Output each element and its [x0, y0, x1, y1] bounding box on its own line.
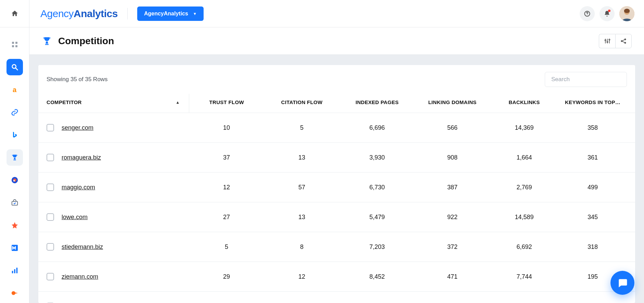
- cell-citation-flow: 13: [264, 143, 339, 173]
- svg-point-1: [587, 15, 587, 15]
- row-checkbox[interactable]: [47, 243, 54, 251]
- cell-backlinks: 2,769: [490, 173, 558, 202]
- cell-citation-flow: 8: [264, 232, 339, 262]
- cell-trust-flow: 29: [189, 262, 264, 292]
- page-header: Competition: [29, 27, 644, 55]
- svg-rect-15: [12, 271, 13, 273]
- cell-linking-domains: 471: [415, 262, 490, 292]
- help-button[interactable]: [580, 6, 595, 21]
- svg-rect-6: [12, 45, 14, 47]
- cell-indexed-pages: 7,203: [339, 232, 415, 262]
- col-indexed-pages[interactable]: INDEXED PAGES: [339, 94, 415, 113]
- nav-semrush[interactable]: [7, 285, 23, 301]
- home-icon: [11, 10, 19, 18]
- chevron-down-icon: ▼: [193, 12, 197, 16]
- cell-indexed-pages: 3,930: [339, 143, 415, 173]
- sort-asc-icon: ▲: [176, 100, 180, 105]
- competitor-link[interactable]: stiedemann.biz: [62, 243, 103, 251]
- col-citation-flow[interactable]: CITATION FLOW: [264, 94, 339, 113]
- competitor-link[interactable]: lowe.com: [62, 214, 88, 221]
- row-checkbox[interactable]: [47, 184, 54, 191]
- col-backlinks[interactable]: BACKLINKS: [490, 94, 558, 113]
- table-row: murphy.com23144,2178559,549190: [38, 292, 635, 303]
- competitor-link[interactable]: ziemann.com: [62, 273, 98, 280]
- cell-linking-domains: 922: [415, 202, 490, 232]
- brand-logo[interactable]: AgencyAnalytics: [40, 8, 118, 20]
- user-avatar[interactable]: [619, 6, 634, 21]
- table-row: lowe.com27135,47992214,589345: [38, 202, 635, 232]
- trophy-icon: [11, 154, 18, 161]
- competitors-table: COMPETITOR ▲ TRUST FLOW CITATION FLOW IN…: [38, 94, 635, 303]
- table-row: romaguera.biz37133,9309081,664361: [38, 143, 635, 173]
- majestic-icon: [11, 244, 18, 251]
- nav-dashboard[interactable]: [7, 36, 23, 53]
- svg-rect-5: [15, 42, 17, 44]
- page-trophy-icon: [42, 36, 52, 46]
- avatar-icon: [619, 6, 634, 21]
- nav-competition[interactable]: [7, 149, 23, 166]
- cell-keywords: 358: [558, 113, 635, 143]
- cell-trust-flow: 10: [189, 113, 264, 143]
- col-linking-domains[interactable]: LINKING DOMAINS: [415, 94, 490, 113]
- cell-keywords: 318: [558, 232, 635, 262]
- nav-analytics[interactable]: [7, 262, 23, 279]
- cell-indexed-pages: 4,217: [339, 292, 415, 303]
- svg-line-9: [15, 68, 17, 70]
- gsc-icon: [11, 199, 18, 206]
- share-button[interactable]: [615, 34, 632, 48]
- sliders-icon: [604, 38, 611, 45]
- cell-indexed-pages: 8,452: [339, 262, 415, 292]
- cell-trust-flow: 27: [189, 202, 264, 232]
- row-checkbox[interactable]: [47, 273, 54, 280]
- semrush-icon: [11, 289, 18, 297]
- nav-links[interactable]: [7, 104, 23, 121]
- nav-bing[interactable]: [7, 127, 23, 143]
- link-icon: [11, 109, 18, 116]
- grid-icon: [11, 41, 18, 48]
- cell-citation-flow: 5: [264, 113, 339, 143]
- main-content: Competition Showing 35 of 35 Rows: [29, 27, 644, 303]
- col-trust-flow[interactable]: TRUST FLOW: [189, 94, 264, 113]
- home-button[interactable]: [0, 0, 29, 27]
- row-checkbox[interactable]: [47, 154, 54, 161]
- help-icon: [584, 10, 591, 17]
- svg-rect-17: [16, 268, 17, 274]
- cell-keywords: 361: [558, 143, 635, 173]
- cell-linking-domains: 855: [415, 292, 490, 303]
- search-icon: [11, 63, 18, 71]
- cell-trust-flow: 5: [189, 232, 264, 262]
- competitor-link[interactable]: romaguera.biz: [62, 154, 101, 161]
- nav-global[interactable]: [7, 172, 23, 188]
- cell-citation-flow: 12: [264, 262, 339, 292]
- svg-point-24: [609, 39, 610, 40]
- settings-button[interactable]: [599, 34, 615, 48]
- competitor-link[interactable]: senger.com: [62, 124, 93, 131]
- cell-trust-flow: 23: [189, 292, 264, 303]
- campaign-dropdown[interactable]: AgencyAnalytics ▼: [137, 7, 204, 21]
- showing-text: Showing 35 of 35 Rows: [47, 76, 108, 83]
- svg-line-29: [622, 41, 624, 42]
- globe-icon: [11, 176, 18, 184]
- nav-majestic[interactable]: [7, 240, 23, 256]
- col-competitor[interactable]: COMPETITOR ▲: [38, 94, 189, 113]
- cell-trust-flow: 37: [189, 143, 264, 173]
- nav-ahrefs[interactable]: a: [7, 81, 23, 98]
- share-icon: [620, 38, 627, 45]
- row-checkbox[interactable]: [47, 124, 54, 131]
- col-keywords[interactable]: KEYWORDS IN TOP…: [558, 94, 635, 113]
- search-input[interactable]: [545, 72, 627, 87]
- cell-backlinks: 9,549: [490, 292, 558, 303]
- notifications-button[interactable]: [600, 6, 615, 21]
- chat-widget[interactable]: [610, 271, 634, 295]
- row-checkbox[interactable]: [47, 213, 54, 221]
- competitor-link[interactable]: maggio.com: [62, 184, 95, 191]
- cell-backlinks: 6,692: [490, 232, 558, 262]
- notification-dot-icon: [608, 10, 610, 12]
- top-bar: AgencyAnalytics AgencyAnalytics ▼: [0, 0, 644, 27]
- nav-gsc[interactable]: [7, 194, 23, 211]
- cell-indexed-pages: 6,696: [339, 113, 415, 143]
- nav-search[interactable]: [7, 59, 23, 75]
- nav-star[interactable]: [7, 217, 23, 233]
- cell-linking-domains: 387: [415, 173, 490, 202]
- cell-indexed-pages: 5,479: [339, 202, 415, 232]
